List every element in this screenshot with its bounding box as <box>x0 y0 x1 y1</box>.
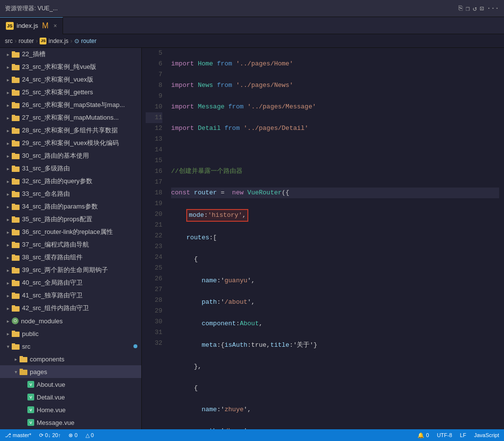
svg-rect-3 <box>12 64 15 66</box>
tab-index-js[interactable]: JS index.js M × <box>0 17 63 34</box>
svg-rect-17 <box>12 153 15 155</box>
code-line-9 <box>171 145 499 155</box>
code-area: 5 6 7 8 9 10 11 12 13 14 15 16 17 18 19 … <box>142 48 504 429</box>
sidebar-label-22: 22_插槽 <box>22 50 141 59</box>
sidebar-item-27[interactable]: 27_src_求和案例_mapMutations... <box>0 111 141 124</box>
sidebar-label-public: public <box>22 330 141 337</box>
svg-rect-43 <box>12 331 15 333</box>
folder-icon-39 <box>12 267 20 273</box>
node-modules-icon: ⬡ <box>12 317 19 324</box>
sidebar-label-37: 37_src_编程式路由导航 <box>22 240 141 249</box>
tree-arrow-29 <box>4 141 12 146</box>
title-bar-icons: ⎘ ❐ ↺ ⊡ ··· <box>459 4 499 13</box>
tree-arrow-40 <box>4 280 12 286</box>
sidebar-item-40[interactable]: 40_src_全局路由守卫 <box>0 276 141 289</box>
sidebar-label-28: 28_src_求和案例_多组件共享数据 <box>22 126 141 135</box>
sidebar-item-37[interactable]: 37_src_编程式路由导航 <box>0 238 141 251</box>
copy2-icon[interactable]: ❐ <box>465 4 469 13</box>
sidebar-item-about-vue[interactable]: V About.vue <box>0 378 141 391</box>
sidebar-item-34[interactable]: 34_src_路由的params参数 <box>0 200 141 213</box>
breadcrumb-indexjs: index.js <box>48 38 68 44</box>
sidebar-item-31[interactable]: 31_src_多级路由 <box>0 162 141 175</box>
sidebar-label-components: components <box>30 356 141 363</box>
sidebar-label-about: About.vue <box>37 381 141 388</box>
sidebar-item-30[interactable]: 30_src_路由的基本使用 <box>0 149 141 162</box>
status-right: 🔔 0 UTF-8 LF JavaScript <box>417 432 499 439</box>
sidebar-item-36[interactable]: 36_src_router-link的replace属性 <box>0 226 141 238</box>
more-icon[interactable]: ··· <box>487 4 499 13</box>
refresh-icon[interactable]: ↺ <box>473 4 477 13</box>
breadcrumb-router-symbol: ⊙ <box>74 38 79 44</box>
sync-indicator[interactable]: ⟳ 0↓ 20↑ <box>39 432 61 439</box>
sidebar-item-message-vue[interactable]: V Message.vue <box>0 416 141 429</box>
sidebar-label-25: 25_src_求和案例_getters <box>22 88 141 97</box>
line-ending[interactable]: LF <box>460 432 466 439</box>
svg-rect-19 <box>12 166 15 168</box>
sidebar-item-28[interactable]: 28_src_求和案例_多组件共享数据 <box>0 124 141 137</box>
code-editor[interactable]: 5 6 7 8 9 10 11 12 13 14 15 16 17 18 19 … <box>142 48 504 429</box>
sidebar-item-public[interactable]: public <box>0 327 141 340</box>
folder-icon-src <box>12 343 20 350</box>
sidebar-label-32: 32_src_路由的query参数 <box>22 177 141 186</box>
code-line-10: //创建并暴露一个路由器 <box>171 166 499 177</box>
tree-arrow-38 <box>4 255 12 260</box>
sidebar-label-23: 23_src_求和案例_纯vue版 <box>22 63 141 71</box>
copy-icon[interactable]: ⎘ <box>459 4 462 13</box>
svg-rect-33 <box>12 254 15 256</box>
sidebar-item-41[interactable]: 41_src_独享路由守卫 <box>0 289 141 302</box>
svg-rect-29 <box>12 229 15 231</box>
error-count: ⊗ 0 <box>68 432 77 439</box>
code-line-16: path:'/about', <box>171 297 499 308</box>
tree-arrow-components <box>12 357 20 362</box>
sidebar-label-34: 34_src_路由的params参数 <box>22 202 141 211</box>
tree-arrow-24 <box>4 77 12 83</box>
tab-close-button[interactable]: × <box>53 22 57 29</box>
language-mode[interactable]: JavaScript <box>474 432 499 439</box>
notification-count: 🔔 0 <box>417 432 429 439</box>
vue-icon-about: V <box>27 381 34 388</box>
encoding[interactable]: UTF-8 <box>437 432 452 439</box>
sidebar-item-pages[interactable]: pages <box>0 365 141 378</box>
sidebar-label-41: 41_src_独享路由守卫 <box>22 291 141 300</box>
sidebar-item-42[interactable]: 42_src_组件内路由守卫 <box>0 302 141 315</box>
folder-icon-28 <box>12 127 20 134</box>
tree-arrow-public <box>4 331 12 336</box>
svg-rect-39 <box>12 293 15 294</box>
sidebar-item-39[interactable]: 39_src_两个新的生命周期钩子 <box>0 264 141 276</box>
tree-arrow-39 <box>4 268 12 273</box>
folder-icon-37 <box>12 241 20 248</box>
sidebar-item-25[interactable]: 25_src_求和案例_getters <box>0 86 141 99</box>
sidebar-label-message: Message.vue <box>37 419 141 426</box>
sidebar-item-components[interactable]: components <box>0 353 141 365</box>
sidebar-item-detail-vue[interactable]: V Detail.vue <box>0 391 141 403</box>
sidebar-item-home-vue[interactable]: V Home.vue <box>0 403 141 416</box>
sidebar-item-src[interactable]: src <box>0 340 141 353</box>
sidebar-label-24: 24_src_求和案例_vuex版 <box>22 75 141 84</box>
code-line-20: { <box>171 383 499 394</box>
code-line-17: component:About, <box>171 318 499 329</box>
sidebar-item-26[interactable]: 26_src_求和案例_mapState与map... <box>0 99 141 111</box>
sidebar-item-22[interactable]: 22_插槽 <box>0 48 141 61</box>
sidebar-item-35[interactable]: 35_src_路由的props配置 <box>0 213 141 226</box>
breadcrumb-src: src <box>5 38 13 44</box>
sidebar-label-38: 38_src_缓存路由组件 <box>22 253 141 262</box>
line-numbers: 5 6 7 8 9 10 11 12 13 14 15 16 17 18 19 … <box>142 48 166 429</box>
code-line-18: meta:{isAuth:true,title:'关于'} <box>171 340 499 351</box>
sidebar-item-33[interactable]: 33_src_命名路由 <box>0 188 141 200</box>
main-content: 22_插槽 23_src_求和案例_纯vue版 24_src_求和案例_vuex… <box>0 48 504 429</box>
sidebar-item-node-modules[interactable]: ⬡ node_modules <box>0 315 141 327</box>
svg-rect-41 <box>12 305 15 307</box>
sidebar-item-32[interactable]: 32_src_路由的query参数 <box>0 175 141 188</box>
sidebar-item-38[interactable]: 38_src_缓存路由组件 <box>0 251 141 264</box>
git-branch[interactable]: ⎇ master* <box>5 432 31 439</box>
sidebar-item-29[interactable]: 29_src_求和案例_vuex模块化编码 <box>0 137 141 149</box>
split-icon[interactable]: ⊡ <box>480 4 483 13</box>
sidebar-label-40: 40_src_全局路由守卫 <box>22 278 141 287</box>
sidebar-item-23[interactable]: 23_src_求和案例_纯vue版 <box>0 61 141 73</box>
folder-icon-23 <box>12 63 20 70</box>
tree-arrow-pages <box>12 369 20 375</box>
sidebar-item-24[interactable]: 24_src_求和案例_vuex版 <box>0 73 141 86</box>
svg-rect-9 <box>12 102 15 104</box>
folder-icon-22 <box>12 51 20 58</box>
code-line-5: import Home from '../pages/Home' <box>171 59 499 69</box>
